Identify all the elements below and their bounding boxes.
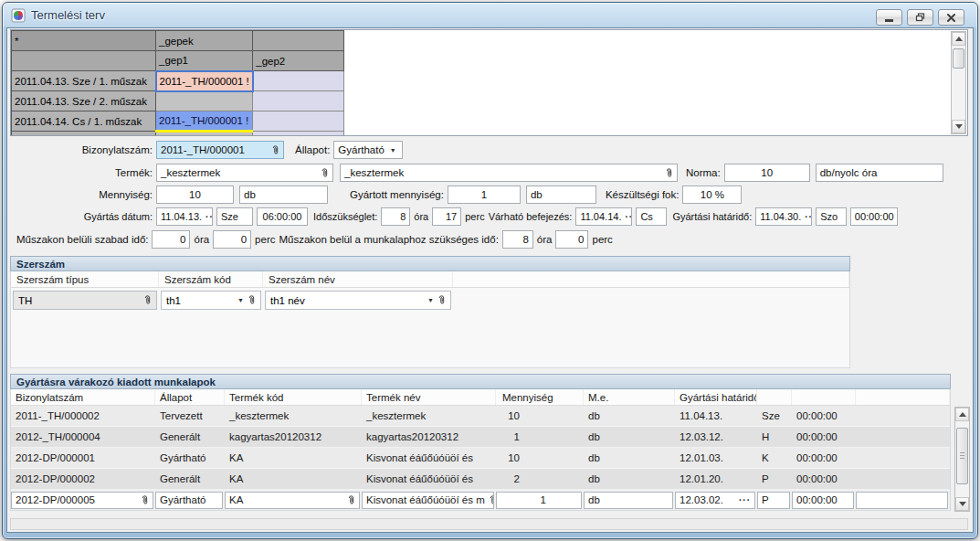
hatarido-nap-field[interactable]: Szo <box>816 207 847 226</box>
varhato-datum-field[interactable]: 11.04.14. ··· <box>575 207 632 226</box>
gyartott-label: Gyártott mennyiség: <box>350 189 444 200</box>
termek-kod-field[interactable]: _kesztermek <box>156 164 333 182</box>
szerszam-nev-combo[interactable]: th1 név ▼ <box>265 291 451 310</box>
paperclip-icon[interactable] <box>143 294 152 306</box>
szabad-perc-field[interactable]: 0 <box>213 230 251 249</box>
szerszam-tipus-field[interactable]: TH <box>13 291 157 310</box>
szukseges-ora-field[interactable]: 8 <box>502 230 533 249</box>
bizonylatszam-value: 2011-_TH/000001 <box>161 144 245 155</box>
edit-hatarido-field[interactable]: 12.03.02. ··· <box>675 492 755 509</box>
szerszam-tipus-value: TH <box>18 295 32 306</box>
paperclip-icon[interactable] <box>271 144 279 156</box>
mennyiseg-field[interactable]: 10 <box>156 186 234 204</box>
col-ido-blank <box>792 389 856 405</box>
bizonylatszam-field[interactable]: 2011-_TH/000001 <box>156 141 284 159</box>
gyartas-datum-field[interactable]: 11.04.13. ··· <box>156 207 213 226</box>
idoszukseglet-ora-field[interactable]: 8 <box>381 207 410 226</box>
ellipsis-button[interactable]: ··· <box>805 212 812 222</box>
szerszam-section: Szerszám Szerszám típus Szerszám kód Sze… <box>10 256 850 368</box>
edit-bizonylatszam-field[interactable]: 2012-DP/000005 <box>11 492 153 509</box>
col-me: M.e. <box>584 389 675 405</box>
scroll-down-button[interactable] <box>955 497 969 511</box>
allapot-select[interactable]: Gyártható ▼ <box>333 141 403 159</box>
restore-button[interactable] <box>907 9 933 26</box>
table-row[interactable]: 2011-_TH/000002Tervezett _kesztermek_kes… <box>10 406 951 427</box>
table-row[interactable]: 2012-_TH/000004Generált kagyartas2012031… <box>10 427 951 448</box>
form-row-mennyiseg: Mennyiség: 10 db Gyártott mennyiség: 1 d… <box>10 186 742 204</box>
schedule-cell[interactable] <box>156 132 253 137</box>
edit-extra-field[interactable] <box>856 492 948 509</box>
szerszam-title: Szerszám <box>16 259 65 270</box>
table-row[interactable]: 2012-DP/000002Generált KAKisvonat éáűőúó… <box>10 469 951 490</box>
scrollbar-thumb[interactable] <box>956 428 968 484</box>
munkalapok-section: Gyártásra várakozó kiadott munkalapok Bi… <box>10 374 951 511</box>
schedule-cell[interactable] <box>253 111 344 132</box>
hatarido-ido-field[interactable]: 00:00:00 <box>850 207 898 226</box>
munkalapok-scrollbar[interactable] <box>954 407 970 512</box>
ellipsis-button[interactable]: ··· <box>739 495 751 505</box>
hatarido-nap-value: Szo <box>820 211 838 222</box>
norma-field[interactable]: 10 <box>724 164 810 182</box>
norma-unit-field[interactable]: db/nyolc óra <box>816 164 943 182</box>
gyartas-nap-field[interactable]: Sze <box>216 207 253 226</box>
mennyiseg-unit-field[interactable]: db <box>239 186 328 204</box>
paperclip-icon[interactable] <box>141 494 149 506</box>
paperclip-icon[interactable] <box>437 294 446 306</box>
idoszukseglet-perc-value: 17 <box>446 211 457 222</box>
termek-nev-field[interactable]: _kesztermek <box>340 164 678 182</box>
mennyiseg-label: Mennyiség: <box>10 189 153 200</box>
scroll-down-button[interactable] <box>952 120 965 133</box>
gyartott-unit-field[interactable]: db <box>526 186 596 204</box>
chevron-down-icon: ▼ <box>390 147 396 154</box>
close-button[interactable] <box>938 9 964 26</box>
gyartott-field[interactable]: 1 <box>448 186 521 204</box>
schedule-cell[interactable] <box>253 91 344 111</box>
gyartas-ido-field[interactable]: 06:00:00 <box>257 207 308 226</box>
ellipsis-button[interactable]: ··· <box>205 212 213 222</box>
edit-ido-field[interactable]: 00:00:00 <box>792 492 854 509</box>
hatarido-datum-field[interactable]: 11.04.30. ··· <box>755 207 812 226</box>
varhato-nap-field[interactable]: Cs <box>636 207 667 226</box>
edit-termek-kod-field[interactable]: KA <box>225 492 360 509</box>
keszultsegi-field[interactable]: 10 % <box>682 186 742 204</box>
schedule-cell[interactable] <box>156 91 253 111</box>
table-edit-row[interactable]: 2012-DP/000005 Gyártható KA Kisvonat éáű… <box>10 490 951 511</box>
scroll-up-button[interactable] <box>952 32 965 46</box>
minimize-button[interactable] <box>876 9 902 26</box>
paperclip-icon[interactable] <box>665 167 673 179</box>
scroll-up-button[interactable] <box>955 408 969 421</box>
edit-nap-field[interactable]: P <box>757 492 790 509</box>
paperclip-icon[interactable] <box>248 294 256 306</box>
szerszam-section-header: Szerszám <box>10 256 850 271</box>
szerszam-column-headers: Szerszám típus Szerszám kód Szerszám név <box>10 271 850 288</box>
szabad-ora-field[interactable]: 0 <box>152 230 190 249</box>
schedule-cell[interactable] <box>253 132 344 137</box>
grid-machine-header-gep1: _gep1 <box>156 51 253 71</box>
edit-termek-nev-field[interactable]: Kisvonat éáűőúóüöí és m <box>362 492 494 509</box>
szerszam-col-tipus: Szerszám típus <box>11 271 159 287</box>
chevron-down-icon: ▼ <box>237 297 244 303</box>
szerszam-kod-combo[interactable]: th1 ▼ <box>161 291 261 310</box>
paperclip-icon[interactable] <box>347 494 355 506</box>
termek-label: Termék: <box>10 167 153 178</box>
paperclip-icon[interactable] <box>489 494 494 506</box>
schedule-cell-focused[interactable]: 2011-_TH/000001 ! <box>156 111 253 132</box>
schedule-cell-selected[interactable]: 2011-_TH/000001 ! <box>156 71 253 91</box>
varhato-nap-value: Cs <box>640 211 652 222</box>
edit-mennyiseg-field[interactable]: 1 <box>496 492 582 509</box>
titlebar[interactable]: Termelési terv <box>3 3 977 27</box>
table-row[interactable]: 2012-DP/000001Gyártható KAKisvonat éáűőú… <box>10 448 951 469</box>
schedule-cell[interactable] <box>253 71 344 91</box>
schedule-scrollbar[interactable] <box>951 31 966 134</box>
edit-me-field[interactable]: db <box>584 492 673 509</box>
edit-allapot-field[interactable]: Gyártható <box>155 492 223 509</box>
paperclip-icon[interactable] <box>321 167 329 179</box>
idoszukseglet-perc-field[interactable]: 17 <box>432 207 461 226</box>
scrollbar-thumb[interactable] <box>953 48 964 69</box>
ora-label: óra <box>414 211 428 222</box>
ellipsis-button[interactable]: ··· <box>625 212 632 222</box>
thumb-grip <box>960 452 964 459</box>
norma-label: Norma: <box>686 167 721 178</box>
szukseges-perc-field[interactable]: 0 <box>555 230 588 249</box>
hatarido-datum-value: 11.04.30. <box>760 211 801 222</box>
